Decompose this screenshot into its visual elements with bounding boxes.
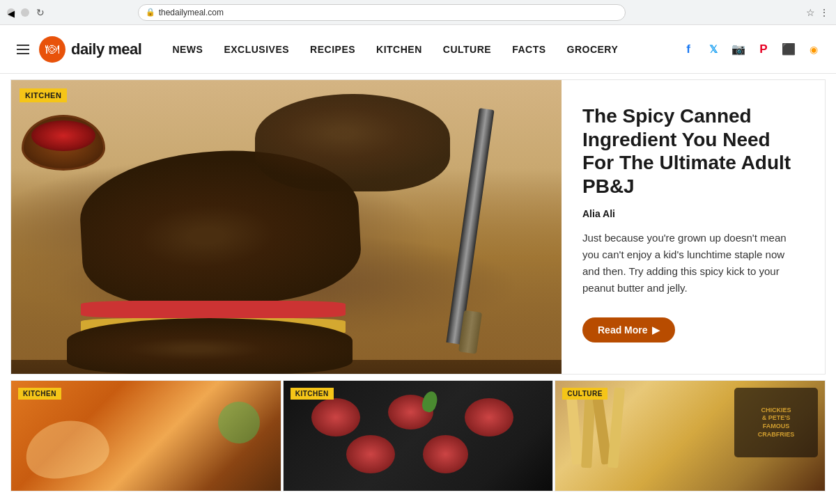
address-bar[interactable]: 🔒 thedailymeal.com xyxy=(138,4,626,21)
forward-button[interactable]: ▶ xyxy=(21,8,29,17)
featured-category-badge: KITCHEN xyxy=(20,88,67,102)
hamburger-button[interactable] xyxy=(14,42,32,57)
featured-image-container: KITCHEN xyxy=(11,80,562,374)
sandwich-back xyxy=(255,94,450,191)
read-more-button[interactable]: Read More ▶ xyxy=(582,317,675,342)
pinterest-link[interactable]: P xyxy=(755,41,772,58)
nav-culture[interactable]: CULTURE xyxy=(433,38,501,61)
menu-button[interactable]: ⋮ xyxy=(819,7,829,18)
lock-icon: 🔒 xyxy=(146,8,155,17)
logo-text: daily meal xyxy=(71,40,141,58)
thumbnail-card-2[interactable]: KITCHEN xyxy=(283,380,554,491)
featured-description: Just because you're grown up doesn't mea… xyxy=(582,230,804,297)
social-links: f 𝕏 📷 P ⬛ ◉ xyxy=(680,41,822,58)
thumbnail-badge-1: KITCHEN xyxy=(18,388,61,400)
rss-link[interactable]: ◉ xyxy=(805,41,822,58)
instagram-link[interactable]: 📷 xyxy=(730,41,747,58)
nav-kitchen[interactable]: KITCHEN xyxy=(366,38,432,61)
read-more-label: Read More xyxy=(598,324,648,336)
nav-news[interactable]: NEWS xyxy=(162,38,212,61)
thumbnails-row: KITCHEN KITCHEN Chickies& Pete'sFamousCr… xyxy=(10,380,826,491)
nav-grocery[interactable]: GROCERY xyxy=(557,38,628,61)
twitter-link[interactable]: 𝕏 xyxy=(705,41,722,58)
lime-shape xyxy=(212,396,265,450)
featured-image xyxy=(11,80,562,374)
url-text: thedailymeal.com xyxy=(159,8,224,17)
thumbnail-badge-3: CULTURE xyxy=(562,388,607,400)
sandwich-jam xyxy=(81,301,346,318)
bookmark-button[interactable]: ☆ xyxy=(806,7,815,18)
refresh-button[interactable]: ↻ xyxy=(36,7,45,18)
nav-facts[interactable]: FACTS xyxy=(502,38,555,61)
read-more-arrow: ▶ xyxy=(652,324,660,336)
featured-author: Alia Ali xyxy=(582,208,804,219)
facebook-link[interactable]: f xyxy=(680,41,697,58)
browser-chrome: ◀ ▶ ↻ 🔒 thedailymeal.com ☆ ⋮ xyxy=(0,0,836,25)
logo-link[interactable]: 🍽 daily meal xyxy=(39,36,141,63)
taco-shape xyxy=(21,414,113,484)
browser-actions: ☆ ⋮ xyxy=(806,7,829,18)
back-button[interactable]: ◀ xyxy=(7,8,15,17)
nav-exclusives[interactable]: EXCLUSIVES xyxy=(214,38,299,61)
thumbnail-badge-2: KITCHEN xyxy=(291,388,334,400)
thumbnail-card-1[interactable]: KITCHEN xyxy=(10,380,281,491)
featured-content: The Spicy Canned Ingredient You Need For… xyxy=(562,80,825,374)
main-nav: 🍽 daily meal NEWS EXCLUSIVES RECIPES KIT… xyxy=(0,25,836,74)
featured-article: KITCHEN The Spicy Canned Ingredient You … xyxy=(10,79,826,375)
thumbnail-card-3[interactable]: Chickies& Pete'sFamousCrabfries CULTURE xyxy=(555,380,826,491)
nav-recipes[interactable]: RECIPES xyxy=(300,38,365,61)
flipboard-link[interactable]: ⬛ xyxy=(780,41,797,58)
sandwich-bottom xyxy=(67,318,353,374)
nav-links: NEWS EXCLUSIVES RECIPES KITCHEN CULTURE … xyxy=(162,38,680,61)
logo-icon: 🍽 xyxy=(39,36,65,63)
featured-title: The Spicy Canned Ingredient You Need For… xyxy=(582,104,804,198)
